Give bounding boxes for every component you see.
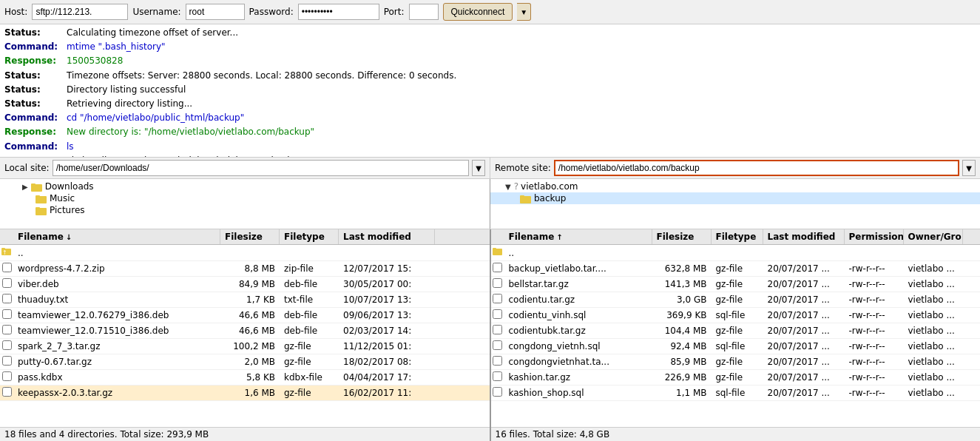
local-checkbox-3[interactable] [2, 309, 12, 319]
remote-site-dropdown[interactable]: ▼ [962, 160, 976, 176]
local-file-row-3[interactable]: teamviewer_12.0.76279_i386.deb 46,6 MB d… [0, 308, 490, 323]
remote-file-row-4[interactable]: codientubk.tar.gz 104,4 MB gz-file 20/07… [491, 323, 981, 339]
local-site-dropdown[interactable]: ▼ [472, 160, 485, 176]
remote-checkbox-4[interactable] [493, 325, 502, 334]
log-label-status1: Status: [4, 26, 64, 40]
local-tree-item-downloads[interactable]: ▶ Downloads [0, 181, 490, 192]
remote-checkbox-7[interactable] [493, 371, 502, 381]
local-checkbox-7[interactable] [2, 371, 12, 381]
log-line: Status: Timezone offsets: Server: 28800 … [4, 69, 976, 83]
folder-icon-pictures [36, 206, 47, 215]
remote-site-input[interactable] [554, 160, 959, 176]
remote-col-filesize[interactable]: Filesize [652, 229, 712, 244]
svg-rect-5 [36, 207, 40, 209]
local-filesize-5: 100,2 MB [220, 340, 280, 353]
local-filesize-6: 2,0 MB [220, 355, 280, 368]
local-checkbox-6[interactable] [2, 356, 12, 366]
remote-checkbox-1[interactable] [493, 278, 502, 288]
local-col-filesize[interactable]: Filesize [220, 229, 280, 244]
local-status-bar: 18 files and 4 directories. Total size: … [0, 427, 490, 441]
remote-tree-label-backup: backup [534, 193, 566, 203]
quickconnect-button[interactable]: Quickconnect [443, 3, 513, 21]
remote-owner-4: vietlabo ... [904, 324, 963, 337]
expand-arrow-downloads: ▶ [22, 183, 28, 191]
local-filesize-0: 8,8 MB [220, 262, 280, 275]
remote-site-label: Remote site: [495, 163, 551, 173]
local-filename-1: viber.deb [13, 277, 220, 291]
remote-filetype-1: gz-file [712, 277, 763, 291]
remote-checkbox-3[interactable] [493, 309, 502, 319]
local-file-row-7[interactable]: pass.kdbx 5,8 KB kdbx-file 04/04/2017 17… [0, 370, 490, 386]
local-checkbox-0[interactable] [2, 263, 12, 272]
folder-small-icon-parent: ↑ [1, 246, 12, 257]
quickconnect-dropdown-button[interactable]: ▼ [517, 3, 531, 21]
remote-file-rows: .. backup_vietlabo.tar.... 632,8 MB gz-f… [491, 245, 981, 427]
local-tree-item-pictures[interactable]: Pictures [0, 204, 490, 216]
remote-filedate-6: 20/07/2017 ... [763, 355, 845, 368]
remote-file-row-0[interactable]: backup_vietlabo.tar.... 632,8 MB gz-file… [491, 261, 981, 277]
local-col-filename[interactable]: Filename [13, 229, 220, 244]
local-file-row-2[interactable]: thuaduy.txt 1,7 KB txt-file 10/07/2017 1… [0, 292, 490, 308]
folder-icon-music [36, 194, 47, 203]
local-checkbox-2[interactable] [2, 294, 12, 303]
remote-checkbox-0[interactable] [493, 263, 502, 272]
remote-tree-item-backup[interactable]: backup [490, 192, 980, 204]
local-col-lastmodified[interactable]: Last modified [339, 229, 435, 244]
remote-owner-8: vietlabo ... [904, 386, 963, 400]
local-tree-item-music[interactable]: Music [0, 192, 490, 204]
password-input[interactable] [298, 4, 379, 20]
local-filesize-1: 84,9 MB [220, 277, 280, 291]
remote-file-row-5[interactable]: congdong_vietnh.sql 92,4 MB sql-file 20/… [491, 339, 981, 354]
local-filename-8: keepassx-2.0.3.tar.gz [13, 386, 220, 400]
local-file-row-5[interactable]: spark_2_7_3.tar.gz 100,2 MB gz-file 11/1… [0, 339, 490, 354]
port-input[interactable] [409, 4, 439, 20]
remote-filesize-8: 1,1 MB [652, 386, 712, 400]
password-label: Password: [249, 7, 294, 17]
remote-col-filetype[interactable]: Filetype [712, 229, 763, 244]
local-status-text: 18 files and 4 directories. Total size: … [4, 429, 209, 440]
remote-col-owner[interactable]: Owner/Gro [904, 229, 963, 244]
local-checkbox-5[interactable] [2, 340, 12, 350]
local-file-row-8[interactable]: keepassx-2.0.3.tar.gz 1,6 MB gz-file 16/… [0, 386, 490, 401]
local-file-row-parent[interactable]: ↑ .. [0, 245, 490, 261]
local-filesize-parent [220, 252, 280, 255]
remote-file-row-parent[interactable]: .. [491, 245, 981, 261]
remote-filedate-0: 20/07/2017 ... [763, 262, 845, 275]
remote-file-row-8[interactable]: kashion_shop.sql 1,1 MB sql-file 20/07/2… [491, 386, 981, 401]
username-input[interactable] [186, 4, 245, 20]
remote-tree-item-vietlabo[interactable]: ▼ ? vietlabo.com [490, 181, 980, 192]
local-filesize-3: 46,6 MB [220, 309, 280, 322]
local-filetype-parent [280, 252, 339, 255]
local-checkbox-1[interactable] [2, 278, 12, 288]
remote-file-row-7[interactable]: kashion.tar.gz 226,9 MB gz-file 20/07/20… [491, 370, 981, 386]
remote-file-row-1[interactable]: bellstar.tar.gz 141,3 MB gz-file 20/07/2… [491, 277, 981, 292]
local-site-input[interactable] [53, 160, 469, 176]
local-tree-label-downloads: Downloads [45, 181, 94, 192]
remote-col-permission[interactable]: Permission [845, 229, 904, 244]
remote-checkbox-5[interactable] [493, 340, 502, 350]
remote-filedate-2: 20/07/2017 ... [763, 293, 845, 306]
local-file-row-1[interactable]: viber.deb 84,9 MB deb-file 30/05/2017 00… [0, 277, 490, 292]
remote-checkbox-2[interactable] [493, 294, 502, 303]
local-col-filetype[interactable]: Filetype [280, 229, 339, 244]
remote-file-row-6[interactable]: congdongvietnhat.ta... 85,9 MB gz-file 2… [491, 354, 981, 370]
remote-file-row-3[interactable]: codientu_vinh.sql 369,9 KB sql-file 20/0… [491, 308, 981, 323]
remote-col-filename[interactable]: Filename [504, 229, 652, 244]
remote-file-row-2[interactable]: codientu.tar.gz 3,0 GB gz-file 20/07/201… [491, 292, 981, 308]
remote-filetype-2: gz-file [712, 293, 763, 306]
local-filename-5: spark_2_7_3.tar.gz [13, 340, 220, 353]
local-file-row-0[interactable]: wordpress-4.7.2.zip 8,8 MB zip-file 12/0… [0, 261, 490, 277]
remote-filesize-0: 632,8 MB [652, 262, 712, 275]
local-file-row-4[interactable]: teamviewer_12.0.71510_i386.deb 46,6 MB d… [0, 323, 490, 339]
toolbar: Host: Username: Password: Port: Quickcon… [0, 0, 980, 24]
main-layout: Host: Username: Password: Port: Quickcon… [0, 0, 980, 441]
remote-col-lastmodified[interactable]: Last modified [763, 229, 845, 244]
local-checkbox-4[interactable] [2, 325, 12, 334]
svg-rect-3 [36, 195, 40, 198]
local-file-row-6[interactable]: putty-0.67.tar.gz 2,0 MB gz-file 18/02/2… [0, 354, 490, 370]
remote-checkbox-8[interactable] [493, 387, 502, 397]
host-input[interactable] [32, 4, 128, 20]
remote-checkbox-6[interactable] [493, 356, 502, 366]
remote-filedate-3: 20/07/2017 ... [763, 309, 845, 322]
local-checkbox-8[interactable] [2, 387, 12, 397]
